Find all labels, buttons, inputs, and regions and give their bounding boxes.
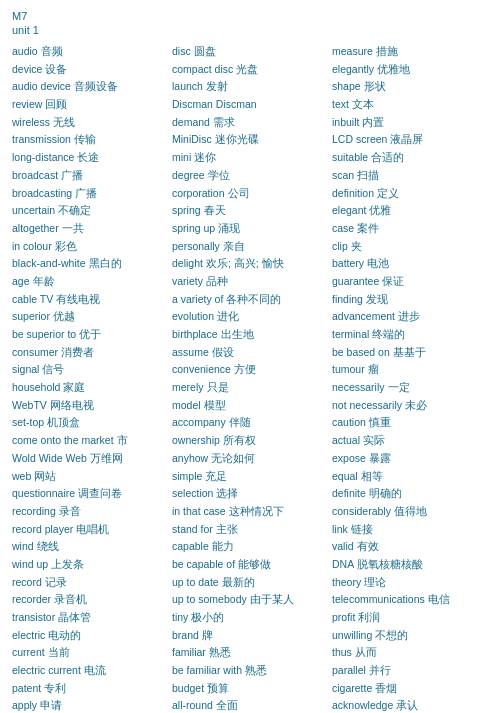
word-pair: necessarily一定: [332, 380, 492, 395]
english-word: delight: [172, 256, 203, 271]
chinese-translation: 方便: [234, 362, 256, 377]
chinese-translation: 发射: [206, 79, 228, 94]
header-line1: M7: [12, 10, 492, 22]
chinese-translation: 慎重: [369, 415, 391, 430]
english-word: cigarette: [332, 681, 372, 696]
english-word: capable: [172, 539, 209, 554]
chinese-translation: 暴露: [369, 451, 391, 466]
word-pair: up to date最新的: [172, 575, 332, 590]
english-word: wind up: [12, 557, 48, 572]
english-word: transmission: [12, 132, 71, 147]
word-pair: all-round全面: [172, 698, 332, 713]
chinese-translation: Discman: [216, 97, 257, 112]
chinese-translation: 音频: [41, 44, 63, 59]
english-word: corporation: [172, 186, 225, 201]
chinese-translation: 出生地: [221, 327, 254, 342]
english-word: considerably: [332, 504, 391, 519]
english-word: text: [332, 97, 349, 112]
chinese-translation: 相等: [361, 469, 383, 484]
chinese-translation: 由于某人: [250, 592, 294, 607]
english-word: black-and-white: [12, 256, 86, 271]
word-pair: disc圆盘: [172, 44, 332, 59]
chinese-translation: 需求: [213, 115, 235, 130]
chinese-translation: 优于: [79, 327, 101, 342]
english-word: up to somebody: [172, 592, 247, 607]
chinese-translation: 假设: [212, 345, 234, 360]
english-word: stand for: [172, 522, 213, 537]
chinese-translation: 无线: [53, 115, 75, 130]
english-word: brand: [172, 628, 199, 643]
chinese-translation: 申请: [40, 698, 62, 713]
english-word: web: [12, 469, 31, 484]
english-word: advancement: [332, 309, 395, 324]
chinese-translation: 理论: [364, 575, 386, 590]
word-pair: simple充足: [172, 469, 332, 484]
chinese-translation: 优雅: [369, 203, 391, 218]
english-word: up to date: [172, 575, 219, 590]
english-word: Wold Wide Web: [12, 451, 87, 466]
english-word: clip: [332, 239, 348, 254]
word-pair: record记录: [12, 575, 172, 590]
word-pair: tumour瘤: [332, 362, 492, 377]
word-pair: parallel并行: [332, 663, 492, 678]
word-pair: delight欢乐; 高兴; 愉快: [172, 256, 332, 271]
word-pair: cable TV有线电视: [12, 292, 172, 307]
word-pair: mini迷你: [172, 150, 332, 165]
word-pair: profit利润: [332, 610, 492, 625]
english-word: anyhow: [172, 451, 208, 466]
word-pair: apply申请: [12, 698, 172, 713]
chinese-translation: 电唱机: [76, 522, 109, 537]
chinese-translation: 有线电视: [56, 292, 100, 307]
english-word: apply: [12, 698, 37, 713]
chinese-translation: 电池: [367, 256, 389, 271]
chinese-translation: 广播: [61, 168, 83, 183]
english-word: case: [332, 221, 354, 236]
word-pair: consumer消费者: [12, 345, 172, 360]
word-pair: theory理论: [332, 575, 492, 590]
chinese-translation: 熟悉: [209, 645, 231, 660]
english-word: altogether: [12, 221, 59, 236]
english-word: all-round: [172, 698, 213, 713]
english-word: profit: [332, 610, 355, 625]
chinese-translation: 瘤: [368, 362, 379, 377]
word-pair: shape形状: [332, 79, 492, 94]
chinese-translation: 优雅地: [377, 62, 410, 77]
word-pair: birthplace出生地: [172, 327, 332, 342]
english-word: thus: [332, 645, 352, 660]
word-pair: terminal终端的: [332, 327, 492, 342]
word-pair: spring up涌现: [172, 221, 332, 236]
english-word: not necessarily: [332, 398, 402, 413]
chinese-translation: 不确定: [58, 203, 91, 218]
chinese-translation: 无论如何: [211, 451, 255, 466]
english-word: acknowledge: [332, 698, 393, 713]
chinese-translation: 文本: [352, 97, 374, 112]
english-word: long-distance: [12, 150, 74, 165]
chinese-translation: 最新的: [222, 575, 255, 590]
english-word: WebTV: [12, 398, 47, 413]
word-pair: be capable of能够做: [172, 557, 332, 572]
chinese-translation: 全面: [216, 698, 238, 713]
english-word: tiny: [172, 610, 188, 625]
word-pair: wind up上发条: [12, 557, 172, 572]
english-word: review: [12, 97, 42, 112]
chinese-translation: 春天: [204, 203, 226, 218]
chinese-translation: 欢乐; 高兴; 愉快: [206, 256, 284, 271]
word-pair: review回顾: [12, 97, 172, 112]
word-pair: launch发射: [172, 79, 332, 94]
chinese-translation: 一共: [62, 221, 84, 236]
chinese-translation: 记录: [45, 575, 67, 590]
chinese-translation: 熟悉: [245, 663, 267, 678]
word-pair: convenience方便: [172, 362, 332, 377]
word-pair: electric电动的: [12, 628, 172, 643]
word-pair: household家庭: [12, 380, 172, 395]
word-pair: set-top机顶盒: [12, 415, 172, 430]
english-word: come onto the market: [12, 433, 114, 448]
english-word: theory: [332, 575, 361, 590]
english-word: definite: [332, 486, 366, 501]
word-pair: Wold Wide Web万维网: [12, 451, 172, 466]
chinese-translation: 传输: [74, 132, 96, 147]
chinese-translation: 机顶盒: [47, 415, 80, 430]
english-word: wireless: [12, 115, 50, 130]
word-pair: MiniDisc迷你光碟: [172, 132, 332, 147]
english-word: definition: [332, 186, 374, 201]
